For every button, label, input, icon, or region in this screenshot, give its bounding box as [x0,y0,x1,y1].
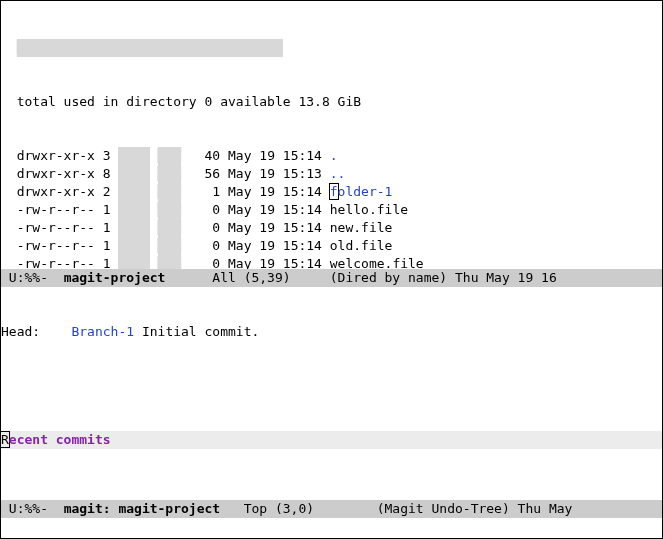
magit-branch-name[interactable]: Branch-1 [71,324,134,339]
dired-entry[interactable]: drwxr-xr-x 3 ████ ███ 40 May 19 15:14 . [1,147,662,165]
date: May 19 15:14 [228,220,322,235]
modeline-position: Top (3,0) [220,501,377,516]
nlinks: 1 [103,220,111,235]
dired-entry[interactable]: -rw-r--r-- 1 ████ ███ 0 May 19 15:14 old… [1,237,662,255]
owner: ████ [118,183,149,201]
modeline-status: U:%%- [1,501,64,516]
dired-entry[interactable]: -rw-r--r-- 1 ████ ███ 0 May 19 15:14 new… [1,219,662,237]
dired-summary: total used in directory 0 available 13.8… [1,93,662,111]
group: ███ [158,147,181,165]
date: May 19 15:14 [228,184,322,199]
dired-entry[interactable]: -rw-r--r-- 1 ████ ███ 0 May 19 15:14 hel… [1,201,662,219]
magit-blank-line [1,377,662,395]
group: ███ [158,255,181,269]
dired-modeline: U:%%- magit-project All (5,39) (Dired by… [1,269,662,287]
filename[interactable]: .. [330,166,346,181]
owner: ████ [118,165,149,183]
owner: ████ [118,255,149,269]
date: May 19 15:14 [228,256,322,269]
dired-buffer[interactable]: ████████████████ ███████ █████ ███ total… [1,1,662,269]
nlinks: 1 [103,238,111,253]
group: ███ [158,183,181,201]
perm: drwxr-xr-x [17,148,95,163]
modeline-time: Thu May [510,501,580,516]
modeline-mode: (Dired by name) [330,270,447,285]
filename[interactable]: hello.file [330,202,408,217]
modeline-time: Thu May 19 16 [447,270,557,285]
size: 40 [189,148,220,163]
nlinks: 1 [103,256,111,269]
modeline-buffer-name: magit-project [64,270,166,285]
filename[interactable]: . [330,148,338,163]
perm: -rw-r--r-- [17,220,95,235]
owner: ████ [118,147,149,165]
magit-modeline: U:%%- magit: magit-project Top (3,0) (Ma… [1,500,662,518]
magit-head-line: Head: Branch-1 Initial commit. [1,323,662,341]
filename[interactable]: older-1 [338,184,393,199]
size: 0 [189,220,220,235]
dired-entry[interactable]: drwxr-xr-x 2 ████ ███ 1 May 19 15:14 fol… [1,183,662,201]
nlinks: 3 [103,148,111,163]
filename[interactable]: old.file [330,238,393,253]
magit-section-recent-commits[interactable]: Recent commits [1,431,662,449]
filename[interactable]: welcome.file [330,256,424,269]
dired-entry[interactable]: drwxr-xr-x 8 ████ ███ 56 May 19 15:13 .. [1,165,662,183]
modeline-position: All (5,39) [165,270,329,285]
size: 0 [189,256,220,269]
group: ███ [158,237,181,255]
date: May 19 15:13 [228,166,322,181]
modeline-mode: (Magit Undo-Tree) [377,501,510,516]
perm: -rw-r--r-- [17,256,95,269]
nlinks: 1 [103,202,111,217]
group: ███ [158,201,181,219]
perm: -rw-r--r-- [17,238,95,253]
date: May 19 15:14 [228,238,322,253]
magit-buffer[interactable]: Head: Branch-1 Initial commit. Recent co… [1,287,662,500]
perm: -rw-r--r-- [17,202,95,217]
perm: drwxr-xr-x [17,166,95,181]
size: 56 [189,166,220,181]
dired-header-path: ████████████████ ███████ █████ ███ [1,39,662,57]
nlinks: 2 [103,184,111,199]
modeline-buffer-name: magit: magit-project [64,501,221,516]
filename[interactable]: new.file [330,220,393,235]
size: 0 [189,202,220,217]
modeline-status: U:%%- [1,270,64,285]
owner: ████ [118,201,149,219]
emacs-frame: ████████████████ ███████ █████ ███ total… [0,0,663,539]
dired-entry[interactable]: -rw-r--r-- 1 ████ ███ 0 May 19 15:14 wel… [1,255,662,269]
owner: ████ [118,219,149,237]
minibuffer[interactable] [1,518,662,536]
owner: ████ [118,237,149,255]
size: 1 [189,184,220,199]
date: May 19 15:14 [228,148,322,163]
perm: drwxr-xr-x [17,184,95,199]
date: May 19 15:14 [228,202,322,217]
size: 0 [189,238,220,253]
group: ███ [158,219,181,237]
nlinks: 8 [103,166,111,181]
group: ███ [158,165,181,183]
